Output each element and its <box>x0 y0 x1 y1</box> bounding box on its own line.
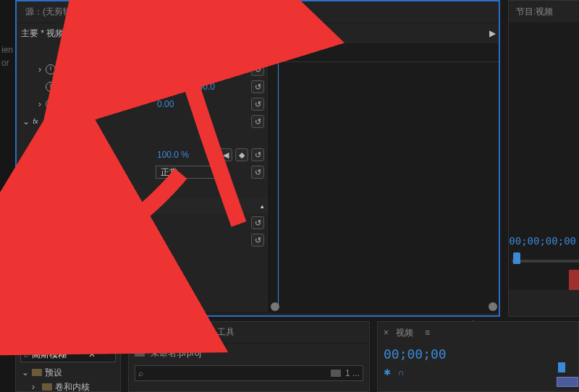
new-bin-icon[interactable] <box>331 370 341 377</box>
clear-search-icon[interactable]: ✕ <box>88 349 96 359</box>
rotation-value[interactable]: 0.0 <box>157 64 169 74</box>
expand-icon[interactable]: › <box>22 184 30 195</box>
snap-icon[interactable]: ✱ <box>384 367 391 378</box>
fx-badge[interactable]: fx <box>30 236 41 244</box>
expand-icon[interactable]: ⌄ <box>22 252 30 263</box>
reset-button[interactable]: ↺ <box>251 148 264 161</box>
stopwatch-icon[interactable] <box>46 82 56 92</box>
play-icon[interactable]: ▶ <box>486 27 499 40</box>
scrubber-playhead[interactable] <box>513 252 520 264</box>
stopwatch-icon[interactable] <box>46 64 56 74</box>
chevron-down-icon[interactable]: ▾ <box>88 30 91 37</box>
close-tab-icon[interactable]: × <box>384 328 389 338</box>
collapse-icon[interactable]: ▴ <box>261 203 264 210</box>
folder-icon <box>32 369 42 376</box>
fx-badge[interactable]: fx <box>30 185 41 194</box>
timeline-clip[interactable] <box>557 377 578 387</box>
tab-tools[interactable]: 工具 <box>216 323 236 341</box>
uniform-scale-checkbox[interactable] <box>141 48 150 56</box>
master-clip-label[interactable]: 主要 * 视频.mp4 <box>21 27 83 40</box>
expand-icon[interactable]: › <box>22 235 30 245</box>
project-search[interactable]: ⌕ 1 ... <box>135 365 363 381</box>
panel-menu-icon[interactable]: ≡ <box>199 328 204 338</box>
fx-badge[interactable]: fx <box>30 117 41 126</box>
tab-effects[interactable]: 效果 <box>22 323 42 343</box>
prev-keyframe-button[interactable]: ◀ <box>219 148 232 161</box>
tab-program[interactable]: 节目:视频 <box>515 3 554 21</box>
program-timecode[interactable]: 00;00;00;00 <box>509 235 576 247</box>
flicker-value[interactable]: 0.00 <box>157 99 174 109</box>
stopwatch-icon[interactable] <box>46 99 56 109</box>
channel-volume-label: 声道音 <box>44 234 70 247</box>
project-search-input[interactable] <box>143 368 326 378</box>
project-panel: 项目:未命名 ≡ 工具 未命名.prproj ⌕ 1 ... <box>128 321 370 392</box>
reset-button[interactable]: ↺ <box>251 46 264 59</box>
reset-button[interactable]: ↺ <box>251 115 264 128</box>
timeline-playhead[interactable] <box>558 362 565 372</box>
expand-icon[interactable]: › <box>38 64 46 74</box>
search-icon: ⌕ <box>138 368 143 378</box>
effect-controls-body: 等比缩 ↺ › 旋转 0.0 ↺ › 锚点 426.0 240.0 ↺ › <box>17 43 499 312</box>
tab-sequence[interactable]: 视频 <box>394 324 415 342</box>
folder-icon <box>42 383 52 391</box>
add-keyframe-button[interactable]: ◆ <box>235 148 248 161</box>
opacity-value[interactable]: 100.0 % <box>157 150 189 160</box>
tree-item-lumetri[interactable]: › 卷和内核 <box>16 380 120 392</box>
clip-out-marker[interactable] <box>569 270 579 290</box>
expand-icon[interactable]: › <box>38 150 46 160</box>
program-tabbar: 节目:视频 <box>509 1 579 22</box>
reset-button[interactable]: ↺ <box>251 80 264 93</box>
magnet-icon[interactable]: ∩ <box>398 367 405 378</box>
tree-item-presets[interactable]: ⌄ 预设 <box>16 365 120 380</box>
program-monitor-viewport[interactable]: 00;00;00;00 <box>509 22 579 290</box>
effect-timeline[interactable]: ;00;00 <box>269 43 499 312</box>
anchor-x-value[interactable]: 426.0 <box>157 82 179 92</box>
reset-button[interactable]: ↺ <box>251 166 264 179</box>
reset-button[interactable]: ↺ <box>251 216 264 229</box>
effect-controls-tabbar: 源：(无剪辑) 效果控件 ≡ <box>17 1 499 23</box>
reset-button[interactable]: ↺ <box>251 98 264 111</box>
rect-mask-icon[interactable] <box>79 133 92 143</box>
reset-button[interactable]: ↺ <box>251 63 264 76</box>
panel-menu-icon[interactable]: ≡ <box>58 328 63 338</box>
opacity-section-row[interactable]: ⌄ fx 不透明度 ↺ <box>17 113 269 130</box>
timeline-timecode[interactable]: 00;00;00 <box>378 344 578 365</box>
pen-mask-icon[interactable] <box>96 133 106 143</box>
collapse-icon[interactable]: ⌄ <box>22 116 30 127</box>
tab-project[interactable]: 项目:未命名 <box>135 323 183 342</box>
playhead[interactable] <box>275 43 282 54</box>
tab-source[interactable]: 源：(无剪辑) <box>24 3 76 21</box>
blend-mode-select[interactable]: 正常 ▾ <box>156 166 225 179</box>
expand-icon[interactable]: › <box>32 382 39 392</box>
stopwatch-icon[interactable] <box>46 150 56 160</box>
tab-effect-controls[interactable]: 效果控件 <box>85 2 122 22</box>
timeremap-label: 时间重映射 <box>44 184 88 196</box>
volume-row[interactable]: › fx 音量 ↺ <box>17 214 269 231</box>
panel-menu-icon[interactable]: ≡ <box>425 328 430 338</box>
timeremap-row[interactable]: › fx 时间重映射 <box>17 181 269 198</box>
effects-search[interactable]: ⌕ ✕ <box>20 346 116 362</box>
blend-label: 混合模式 <box>60 166 95 179</box>
property-tree: 等比缩 ↺ › 旋转 0.0 ↺ › 锚点 426.0 240.0 ↺ › <box>17 43 269 312</box>
reset-button[interactable]: ↺ <box>251 234 264 247</box>
instance-clip-label[interactable]: 视频 * 视频.m <box>96 27 148 40</box>
expand-icon[interactable]: › <box>38 99 46 109</box>
effects-search-input[interactable] <box>32 349 85 359</box>
zoom-handle-left[interactable] <box>271 302 279 311</box>
panner-row[interactable]: ⌄ fx 声像器 <box>17 249 269 266</box>
timeline-ruler[interactable]: ;00;00 <box>269 43 499 62</box>
scrubber-track[interactable] <box>512 260 579 263</box>
zoom-handle-right[interactable] <box>489 302 497 311</box>
panel-menu-icon[interactable]: ≡ <box>135 7 140 17</box>
fx-badge[interactable]: fx <box>30 253 41 262</box>
timeline-ruler[interactable] <box>557 351 578 387</box>
collapse-icon[interactable]: ⌄ <box>22 367 29 378</box>
program-monitor-panel: 节目:视频 00;00;00;00 <box>508 0 579 317</box>
channel-volume-row[interactable]: › fx 声道音 ↺ <box>17 231 269 249</box>
anchor-y-value[interactable]: 240.0 <box>193 82 215 92</box>
timeline-tabbar: × 视频 ≡ <box>378 322 578 344</box>
fx-badge[interactable]: fx <box>30 218 41 227</box>
ellipse-mask-icon[interactable] <box>62 133 75 143</box>
expand-icon[interactable]: › <box>22 218 30 228</box>
program-scrubber[interactable] <box>512 252 579 267</box>
